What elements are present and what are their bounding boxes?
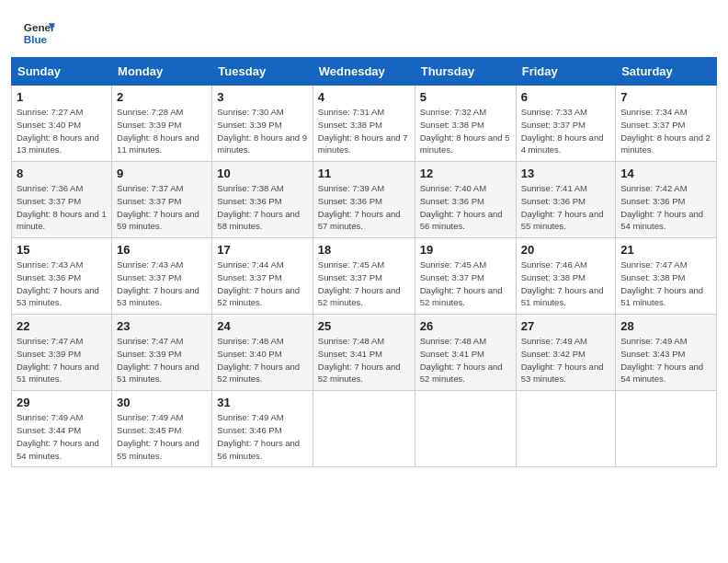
calendar-day-cell: 7Sunrise: 7:34 AM Sunset: 3:37 PM Daylig… — [616, 86, 717, 162]
calendar-day-cell: 16Sunrise: 7:43 AM Sunset: 3:37 PM Dayli… — [112, 238, 212, 315]
calendar-day-cell: 24Sunrise: 7:48 AM Sunset: 3:40 PM Dayli… — [212, 315, 313, 391]
day-number: 11 — [318, 167, 410, 180]
day-number: 26 — [420, 319, 511, 333]
day-number: 14 — [620, 167, 711, 180]
calendar-day-cell: 31Sunrise: 7:49 AM Sunset: 3:46 PM Dayli… — [212, 391, 313, 467]
day-number: 24 — [217, 319, 307, 333]
day-number: 22 — [17, 319, 107, 333]
calendar-week-row: 15Sunrise: 7:43 AM Sunset: 3:36 PM Dayli… — [12, 238, 717, 315]
day-number: 9 — [117, 167, 207, 180]
day-detail: Sunrise: 7:28 AM Sunset: 3:39 PM Dayligh… — [117, 106, 207, 156]
calendar-day-cell: 13Sunrise: 7:41 AM Sunset: 3:36 PM Dayli… — [516, 162, 616, 238]
day-detail: Sunrise: 7:31 AM Sunset: 3:38 PM Dayligh… — [318, 106, 410, 156]
day-detail: Sunrise: 7:46 AM Sunset: 3:38 PM Dayligh… — [521, 259, 611, 309]
col-header-monday: Monday — [112, 58, 212, 86]
day-number: 27 — [521, 319, 611, 333]
day-detail: Sunrise: 7:49 AM Sunset: 3:43 PM Dayligh… — [620, 335, 711, 385]
day-detail: Sunrise: 7:38 AM Sunset: 3:36 PM Dayligh… — [217, 182, 307, 233]
day-detail: Sunrise: 7:44 AM Sunset: 3:37 PM Dayligh… — [217, 259, 307, 309]
calendar-day-cell: 4Sunrise: 7:31 AM Sunset: 3:38 PM Daylig… — [313, 86, 415, 162]
day-number: 12 — [420, 167, 511, 180]
day-detail: Sunrise: 7:47 AM Sunset: 3:38 PM Dayligh… — [620, 259, 711, 309]
calendar-header-row: SundayMondayTuesdayWednesdayThursdayFrid… — [12, 58, 717, 86]
day-number: 7 — [620, 90, 711, 104]
day-number: 15 — [17, 243, 107, 257]
day-detail: Sunrise: 7:34 AM Sunset: 3:37 PM Dayligh… — [620, 106, 711, 156]
empty-cell — [415, 391, 516, 467]
day-number: 5 — [420, 90, 511, 104]
calendar-day-cell: 26Sunrise: 7:48 AM Sunset: 3:41 PM Dayli… — [415, 315, 516, 391]
calendar-week-row: 22Sunrise: 7:47 AM Sunset: 3:39 PM Dayli… — [12, 315, 717, 391]
day-number: 6 — [521, 90, 611, 104]
day-number: 28 — [620, 319, 711, 333]
calendar-day-cell: 23Sunrise: 7:47 AM Sunset: 3:39 PM Dayli… — [112, 315, 212, 391]
day-detail: Sunrise: 7:40 AM Sunset: 3:36 PM Dayligh… — [420, 182, 511, 233]
day-detail: Sunrise: 7:48 AM Sunset: 3:40 PM Dayligh… — [217, 335, 307, 385]
day-detail: Sunrise: 7:41 AM Sunset: 3:36 PM Dayligh… — [521, 182, 611, 233]
logo: General Blue — [22, 17, 55, 50]
day-number: 23 — [117, 319, 207, 333]
day-detail: Sunrise: 7:47 AM Sunset: 3:39 PM Dayligh… — [17, 335, 107, 385]
day-detail: Sunrise: 7:45 AM Sunset: 3:37 PM Dayligh… — [420, 259, 511, 309]
day-number: 17 — [217, 243, 307, 257]
calendar-day-cell: 30Sunrise: 7:49 AM Sunset: 3:45 PM Dayli… — [112, 391, 212, 467]
day-number: 13 — [521, 167, 611, 180]
day-detail: Sunrise: 7:49 AM Sunset: 3:45 PM Dayligh… — [117, 411, 207, 462]
day-detail: Sunrise: 7:43 AM Sunset: 3:37 PM Dayligh… — [117, 259, 207, 309]
col-header-thursday: Thursday — [415, 58, 516, 86]
day-number: 1 — [17, 90, 107, 104]
day-detail: Sunrise: 7:36 AM Sunset: 3:37 PM Dayligh… — [17, 182, 107, 233]
day-detail: Sunrise: 7:48 AM Sunset: 3:41 PM Dayligh… — [318, 335, 410, 385]
calendar-day-cell: 21Sunrise: 7:47 AM Sunset: 3:38 PM Dayli… — [616, 238, 717, 315]
day-detail: Sunrise: 7:30 AM Sunset: 3:39 PM Dayligh… — [217, 106, 307, 156]
logo-icon: General Blue — [22, 17, 55, 50]
calendar-day-cell: 5Sunrise: 7:32 AM Sunset: 3:38 PM Daylig… — [415, 86, 516, 162]
calendar-table: SundayMondayTuesdayWednesdayThursdayFrid… — [11, 57, 717, 467]
day-detail: Sunrise: 7:39 AM Sunset: 3:36 PM Dayligh… — [318, 182, 410, 233]
col-header-friday: Friday — [516, 58, 616, 86]
calendar-wrapper: SundayMondayTuesdayWednesdayThursdayFrid… — [0, 57, 728, 478]
day-detail: Sunrise: 7:47 AM Sunset: 3:39 PM Dayligh… — [117, 335, 207, 385]
day-number: 10 — [217, 167, 307, 180]
col-header-wednesday: Wednesday — [313, 58, 415, 86]
calendar-day-cell: 1Sunrise: 7:27 AM Sunset: 3:40 PM Daylig… — [12, 86, 112, 162]
day-detail: Sunrise: 7:43 AM Sunset: 3:36 PM Dayligh… — [17, 259, 107, 309]
calendar-week-row: 29Sunrise: 7:49 AM Sunset: 3:44 PM Dayli… — [12, 391, 717, 467]
day-number: 4 — [318, 90, 410, 104]
calendar-day-cell: 22Sunrise: 7:47 AM Sunset: 3:39 PM Dayli… — [12, 315, 112, 391]
calendar-day-cell: 19Sunrise: 7:45 AM Sunset: 3:37 PM Dayli… — [415, 238, 516, 315]
day-detail: Sunrise: 7:37 AM Sunset: 3:37 PM Dayligh… — [117, 182, 207, 233]
day-detail: Sunrise: 7:45 AM Sunset: 3:37 PM Dayligh… — [318, 259, 410, 309]
day-detail: Sunrise: 7:49 AM Sunset: 3:42 PM Dayligh… — [521, 335, 611, 385]
day-detail: Sunrise: 7:49 AM Sunset: 3:44 PM Dayligh… — [17, 411, 107, 462]
day-detail: Sunrise: 7:27 AM Sunset: 3:40 PM Dayligh… — [17, 106, 107, 156]
day-number: 3 — [217, 90, 307, 104]
calendar-day-cell: 2Sunrise: 7:28 AM Sunset: 3:39 PM Daylig… — [112, 86, 212, 162]
svg-text:Blue: Blue — [24, 33, 48, 45]
day-number: 21 — [620, 243, 711, 257]
col-header-tuesday: Tuesday — [212, 58, 313, 86]
day-number: 20 — [521, 243, 611, 257]
page-header: General Blue — [0, 0, 728, 57]
calendar-day-cell: 12Sunrise: 7:40 AM Sunset: 3:36 PM Dayli… — [415, 162, 516, 238]
day-detail: Sunrise: 7:49 AM Sunset: 3:46 PM Dayligh… — [217, 411, 307, 462]
day-number: 18 — [318, 243, 410, 257]
day-number: 29 — [17, 396, 107, 409]
day-number: 25 — [318, 319, 410, 333]
calendar-day-cell: 10Sunrise: 7:38 AM Sunset: 3:36 PM Dayli… — [212, 162, 313, 238]
empty-cell — [516, 391, 616, 467]
day-detail: Sunrise: 7:33 AM Sunset: 3:37 PM Dayligh… — [521, 106, 611, 156]
calendar-day-cell: 14Sunrise: 7:42 AM Sunset: 3:36 PM Dayli… — [616, 162, 717, 238]
calendar-day-cell: 18Sunrise: 7:45 AM Sunset: 3:37 PM Dayli… — [313, 238, 415, 315]
calendar-day-cell: 28Sunrise: 7:49 AM Sunset: 3:43 PM Dayli… — [616, 315, 717, 391]
day-number: 2 — [117, 90, 207, 104]
day-number: 30 — [117, 396, 207, 409]
calendar-day-cell: 15Sunrise: 7:43 AM Sunset: 3:36 PM Dayli… — [12, 238, 112, 315]
day-number: 31 — [217, 396, 307, 409]
day-detail: Sunrise: 7:42 AM Sunset: 3:36 PM Dayligh… — [620, 182, 711, 233]
calendar-week-row: 8Sunrise: 7:36 AM Sunset: 3:37 PM Daylig… — [12, 162, 717, 238]
empty-cell — [616, 391, 717, 467]
calendar-day-cell: 9Sunrise: 7:37 AM Sunset: 3:37 PM Daylig… — [112, 162, 212, 238]
day-detail: Sunrise: 7:32 AM Sunset: 3:38 PM Dayligh… — [420, 106, 511, 156]
col-header-saturday: Saturday — [616, 58, 717, 86]
